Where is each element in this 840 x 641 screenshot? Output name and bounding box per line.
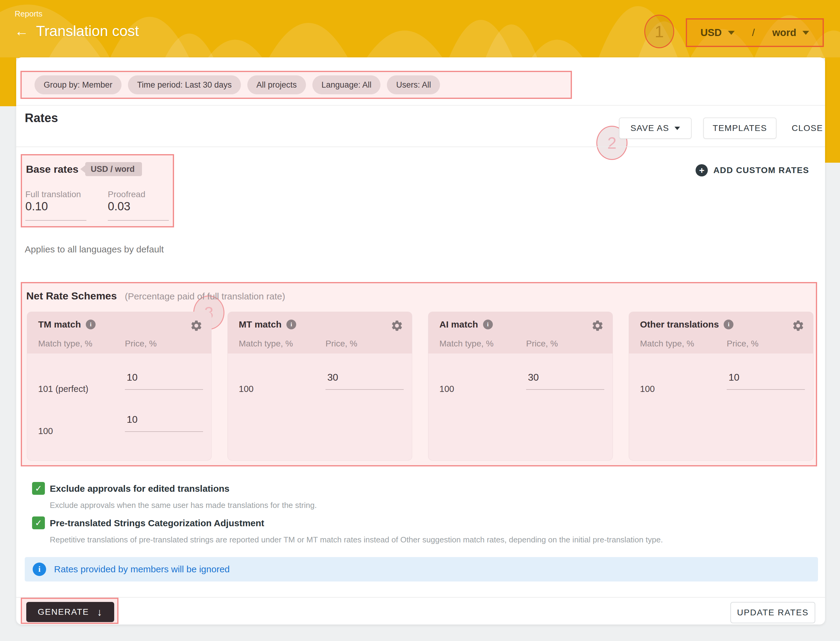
breadcrumb[interactable]: Reports bbox=[15, 9, 42, 19]
price-input[interactable]: 10 bbox=[125, 414, 203, 432]
price-input[interactable]: 10 bbox=[125, 372, 203, 390]
match-type-column-header: Match type, % bbox=[38, 339, 92, 349]
info-icon[interactable]: i bbox=[86, 320, 95, 329]
match-type-value: 100 bbox=[239, 384, 253, 394]
download-arrow-icon: ↓ bbox=[97, 607, 103, 617]
currency-value: USD bbox=[700, 27, 722, 39]
info-icon[interactable]: i bbox=[483, 320, 493, 329]
price-column-header: Price, % bbox=[326, 339, 357, 349]
info-banner: i Rates provided by members will be igno… bbox=[25, 557, 818, 581]
net-rate-card-other-translations: Other translations i Match type, % Price… bbox=[629, 312, 813, 461]
card-title: TM match bbox=[38, 319, 81, 330]
input-underline bbox=[25, 220, 86, 221]
pretranslated-adjustment-label[interactable]: Pre-translated Strings Categorization Ad… bbox=[50, 518, 264, 528]
generate-highlight-box: GENERATE ↓ bbox=[21, 598, 118, 624]
divider bbox=[16, 105, 825, 106]
base-rates-note: Applies to all languages by default bbox=[25, 244, 164, 254]
rate-row: 100 30 bbox=[239, 372, 401, 402]
save-as-button[interactable]: SAVE AS bbox=[619, 118, 692, 139]
unit-select[interactable]: word bbox=[772, 27, 809, 39]
base-rates-highlight-box: Base rates USD / word Full translation P… bbox=[21, 154, 174, 227]
price-input[interactable]: 30 bbox=[526, 372, 604, 390]
back-arrow-icon[interactable]: ← bbox=[15, 24, 29, 38]
annotation-step-2-number: 2 bbox=[607, 134, 616, 152]
generate-button[interactable]: GENERATE ↓ bbox=[26, 602, 114, 622]
filter-chip-users[interactable]: Users: All bbox=[387, 76, 440, 94]
match-type-value: 100 bbox=[439, 384, 454, 394]
card-header: MT match i Match type, % Price, % bbox=[228, 312, 412, 353]
card-header: AI match i Match type, % Price, % bbox=[429, 312, 613, 353]
proofread-label: Proofread bbox=[108, 190, 145, 199]
base-rates-title-row: Base rates USD / word bbox=[26, 162, 142, 176]
translation-cost-screen: Reports ← Translation cost 1 USD / word … bbox=[0, 0, 840, 641]
gear-icon[interactable] bbox=[190, 319, 203, 332]
exclude-approvals-description: Exclude approvals when the same user has… bbox=[50, 501, 317, 510]
net-rate-schemes-subtitle: (Percentage paid of full translation rat… bbox=[125, 291, 285, 301]
price-column-header: Price, % bbox=[125, 339, 156, 349]
price-input[interactable]: 30 bbox=[326, 372, 404, 390]
net-rate-card-ai-match: AI match i Match type, % Price, % 100 30 bbox=[428, 312, 613, 461]
filter-chip-time-period[interactable]: Time period: Last 30 days bbox=[128, 76, 241, 94]
page-title: Translation cost bbox=[36, 23, 139, 39]
currency-unit-divider: / bbox=[752, 27, 755, 39]
info-icon[interactable]: i bbox=[286, 320, 296, 329]
base-rates-unit-tag: USD / word bbox=[85, 162, 142, 176]
close-button[interactable]: CLOSE bbox=[790, 118, 824, 139]
card-header: TM match i Match type, % Price, % bbox=[27, 312, 211, 353]
info-icon[interactable]: i bbox=[724, 320, 734, 329]
gear-icon[interactable] bbox=[792, 319, 805, 332]
annotation-step-1-number: 1 bbox=[655, 22, 664, 41]
chevron-down-icon bbox=[803, 31, 809, 35]
checkbox-exclude-approvals[interactable]: ✓ bbox=[32, 482, 45, 495]
filter-chip-language[interactable]: Language: All bbox=[312, 76, 381, 94]
unit-value: word bbox=[772, 27, 796, 39]
add-custom-rates-button[interactable]: + ADD CUSTOM RATES bbox=[696, 164, 809, 176]
header-right-margin bbox=[825, 57, 840, 163]
gear-icon[interactable] bbox=[390, 319, 403, 332]
net-rate-schemes-title-row: Net Rate Schemes (Percentage paid of ful… bbox=[26, 290, 285, 302]
info-icon: i bbox=[33, 562, 46, 576]
rate-row: 100 30 bbox=[439, 372, 601, 402]
header-left-margin bbox=[0, 57, 16, 106]
templates-button[interactable]: TEMPLATES bbox=[703, 118, 777, 139]
check-icon: ✓ bbox=[35, 518, 42, 528]
checkbox-pretranslated-adjustment[interactable]: ✓ bbox=[32, 517, 45, 529]
price-column-header: Price, % bbox=[727, 339, 758, 349]
filter-chip-projects[interactable]: All projects bbox=[247, 76, 306, 94]
divider bbox=[16, 597, 825, 598]
rate-row: 100 10 bbox=[640, 372, 802, 402]
match-type-value: 100 bbox=[640, 384, 655, 394]
match-type-column-header: Match type, % bbox=[439, 339, 493, 349]
net-rate-card-tm-match: TM match i Match type, % Price, % 101 (p… bbox=[27, 312, 211, 461]
filters-highlight-box: Group by: Member Time period: Last 30 da… bbox=[21, 71, 572, 99]
full-translation-input[interactable]: 0.10 bbox=[25, 200, 48, 213]
full-translation-label: Full translation bbox=[25, 190, 81, 199]
pretranslated-adjustment-description: Repetitive translations of pre-translate… bbox=[50, 535, 663, 544]
check-icon: ✓ bbox=[35, 483, 42, 494]
price-input[interactable]: 10 bbox=[727, 372, 805, 390]
input-underline bbox=[108, 220, 169, 221]
currency-select[interactable]: USD bbox=[700, 27, 735, 39]
annotation-step-1: 1 bbox=[644, 14, 674, 48]
divider bbox=[16, 147, 825, 147]
proofread-input[interactable]: 0.03 bbox=[108, 200, 131, 213]
filter-chip-group-by[interactable]: Group by: Member bbox=[34, 76, 121, 94]
update-rates-button[interactable]: UPDATE RATES bbox=[730, 602, 815, 623]
match-type-value: 101 (perfect) bbox=[38, 384, 88, 394]
card-title: Other translations bbox=[640, 319, 719, 330]
net-rate-cards: TM match i Match type, % Price, % 101 (p… bbox=[27, 312, 813, 461]
base-rates-title: Base rates bbox=[26, 163, 79, 175]
page-title-row: ← Translation cost bbox=[15, 23, 139, 39]
price-column-header: Price, % bbox=[526, 339, 558, 349]
save-as-label: SAVE AS bbox=[630, 123, 669, 133]
gear-icon[interactable] bbox=[591, 319, 604, 332]
chevron-down-icon bbox=[674, 127, 680, 130]
rates-section-title: Rates bbox=[25, 111, 58, 125]
exclude-approvals-label[interactable]: Exclude approvals for edited translation… bbox=[50, 483, 230, 494]
card-title: AI match bbox=[439, 319, 478, 330]
net-rate-card-mt-match: MT match i Match type, % Price, % 100 30 bbox=[227, 312, 412, 461]
match-type-value: 100 bbox=[38, 426, 53, 436]
net-rate-schemes-title: Net Rate Schemes bbox=[26, 290, 117, 302]
plus-icon: + bbox=[696, 164, 708, 176]
card-title: MT match bbox=[239, 319, 282, 330]
